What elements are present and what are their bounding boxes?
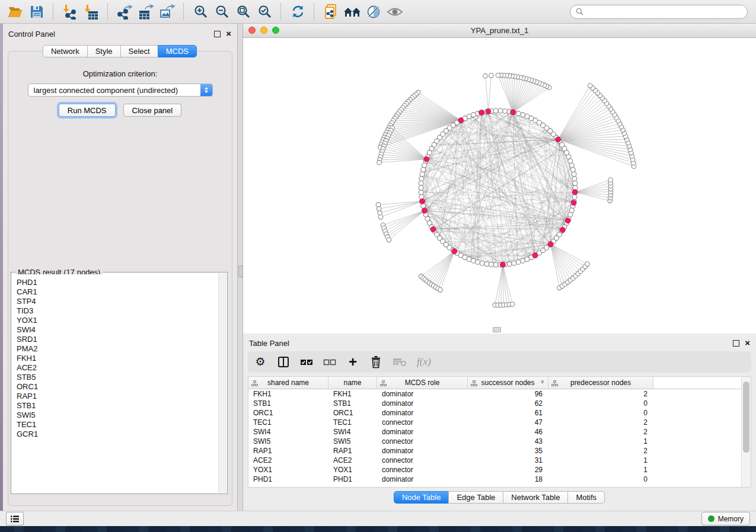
deselect-all-button[interactable] (323, 354, 336, 370)
network-graph[interactable] (243, 38, 756, 334)
network-canvas[interactable] (243, 38, 756, 334)
close-panel-icon[interactable]: × (226, 31, 231, 37)
table-row[interactable]: YOX1YOX1connector291 (248, 465, 741, 475)
tab-network-table[interactable]: Network Table (503, 491, 568, 504)
mcds-result-item[interactable]: TID3 (17, 306, 219, 316)
table-scrollbar-thumb[interactable] (743, 382, 749, 453)
function-builder-button[interactable]: f(x) (417, 354, 431, 370)
column-header-0[interactable]: shared name (248, 377, 328, 389)
splitter-handle[interactable] (238, 265, 243, 277)
mcds-result-item[interactable]: SWI5 (17, 411, 219, 420)
main-toolbar (0, 0, 756, 24)
zoom-selected-button[interactable] (254, 2, 275, 21)
column-header-1[interactable]: name (328, 377, 377, 389)
export-image-button[interactable] (157, 2, 178, 21)
mcds-scrollbar[interactable] (218, 273, 227, 493)
network-document-button[interactable] (320, 2, 342, 21)
mcds-result-item[interactable]: STP4 (17, 297, 219, 306)
table-scrollbar[interactable] (741, 377, 751, 487)
search-input[interactable] (587, 7, 742, 17)
table-settings-button[interactable]: ⚙ (254, 354, 267, 370)
open-file-button[interactable] (5, 2, 26, 21)
table-row[interactable]: FKH1FKH1dominator962 (248, 389, 741, 399)
optimization-criterion-select[interactable]: largest connected component (undirected) (28, 84, 213, 97)
close-window-icon[interactable] (248, 27, 256, 34)
column-header-2[interactable]: MCDS role (377, 377, 468, 389)
add-column-button[interactable]: + (346, 354, 359, 370)
mcds-result-list: PHD1CAR1STP4TID3YOX1SWI4SRD1PMA2FKH1ACE2… (12, 274, 219, 493)
delete-column-button[interactable] (369, 354, 382, 370)
tab-network[interactable]: Network (43, 45, 88, 57)
mcds-result-item[interactable]: ACE2 (17, 363, 219, 373)
desktop-wallpaper (0, 526, 756, 532)
table-row[interactable]: ACE2ACE2connector311 (248, 456, 741, 465)
select-all-button[interactable] (300, 354, 313, 370)
table-row[interactable]: ORC1ORC1dominator610 (248, 408, 741, 418)
tab-style[interactable]: Style (87, 45, 121, 57)
tab-edge-table[interactable]: Edge Table (448, 491, 503, 504)
double-house-button[interactable] (342, 2, 363, 21)
mcds-result-item[interactable]: SWI4 (17, 325, 219, 335)
mcds-result-item[interactable]: PMA2 (17, 344, 219, 354)
shared-column-icon (551, 380, 558, 388)
column-label: shared name (267, 379, 309, 387)
tab-motifs[interactable]: Motifs (567, 491, 605, 504)
eye-button[interactable] (384, 2, 406, 21)
export-table-icon (138, 4, 154, 20)
export-image-icon (159, 4, 176, 20)
table-row[interactable]: RAP1RAP1dominator352 (248, 446, 741, 456)
table-row[interactable]: TEC1TEC1connector472 (248, 418, 741, 427)
export-network-button[interactable] (114, 2, 135, 21)
memory-button[interactable]: Memory (701, 512, 750, 525)
maximize-window-icon[interactable] (272, 27, 279, 34)
mcds-result-item[interactable]: YOX1 (17, 316, 219, 325)
save-session-button[interactable] (26, 2, 47, 21)
mcds-result-item[interactable]: CAR1 (17, 287, 219, 297)
mcds-result-item[interactable]: RAP1 (17, 392, 219, 401)
mcds-result-item[interactable]: ORC1 (17, 382, 219, 392)
table-panel: Table Panel × ⚙ + f(x) (243, 334, 756, 511)
horizontal-splitter-handle[interactable] (493, 327, 501, 332)
export-table-button[interactable] (135, 2, 157, 21)
mcds-result-item[interactable]: SRD1 (17, 335, 219, 344)
zoom-selected-icon (257, 4, 272, 19)
close-panel-button[interactable]: Close panel (123, 104, 182, 117)
split-columns-button[interactable] (277, 354, 290, 370)
mcds-result-item[interactable]: STB5 (17, 373, 219, 382)
mcds-result-item[interactable]: PHD1 (17, 278, 219, 287)
table-row[interactable]: SWI4SWI4dominator462 (248, 427, 741, 437)
float-window-icon[interactable] (214, 31, 221, 37)
delete-table-button[interactable] (393, 354, 407, 370)
tab-node-table[interactable]: Node Table (394, 491, 449, 504)
search-box[interactable] (570, 5, 748, 19)
tab-select[interactable]: Select (120, 45, 158, 57)
mcds-result-item[interactable]: STB1 (17, 401, 219, 411)
deselect-all-icon (323, 358, 336, 366)
import-table-button[interactable] (81, 2, 102, 21)
mcds-tab-content: Optimization criterion: largest connecte… (8, 51, 232, 506)
zoom-fit-button[interactable] (232, 2, 254, 21)
tab-mcds[interactable]: MCDS (158, 45, 197, 57)
zoom-in-button[interactable] (190, 2, 211, 21)
float-table-panel-icon[interactable] (733, 340, 739, 347)
table-row[interactable]: PHD1PHD1dominator180 (248, 475, 741, 484)
column-header-4[interactable]: predecessor nodes (548, 377, 653, 389)
shared-column-icon (251, 380, 258, 388)
table-row[interactable]: STB1STB1dominator620 (248, 399, 741, 408)
minimize-window-icon[interactable] (260, 27, 267, 34)
mcds-result-item[interactable]: FKH1 (17, 354, 219, 363)
close-table-panel-icon[interactable]: × (745, 340, 750, 346)
slashed-disc-button[interactable] (363, 2, 384, 21)
task-history-button[interactable] (6, 512, 24, 525)
vertical-splitter[interactable] (237, 24, 243, 511)
refresh-button[interactable] (287, 2, 308, 21)
table-row[interactable]: SWI5SWI5connector431 (248, 437, 741, 446)
delete-table-icon (393, 357, 407, 367)
zoom-out-button[interactable] (211, 2, 232, 21)
table-panel-title: Table Panel (249, 339, 289, 348)
import-network-button[interactable] (59, 2, 81, 21)
column-header-3[interactable]: successor nodes∨ (468, 377, 548, 389)
mcds-result-item[interactable]: GCR1 (17, 430, 219, 439)
mcds-result-item[interactable]: TEC1 (17, 420, 219, 430)
run-mcds-button[interactable]: Run MCDS (59, 104, 116, 117)
